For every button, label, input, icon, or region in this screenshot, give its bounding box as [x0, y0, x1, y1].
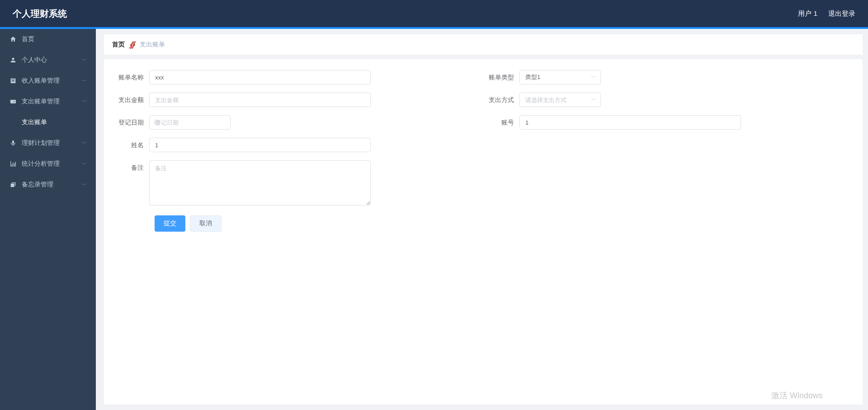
sidebar-item-label: 支出账单管理: [22, 98, 82, 106]
sidebar-item-home[interactable]: 首页: [0, 29, 96, 50]
sidebar-item-label: 个人中心: [22, 56, 82, 64]
sidebar-item-stats[interactable]: 统计分析管理 ﹀: [0, 154, 96, 174]
logout-link[interactable]: 退出登录: [828, 9, 855, 18]
chart-icon: [9, 160, 17, 168]
mic-icon: [9, 139, 17, 147]
date-input[interactable]: [149, 115, 231, 130]
copy-icon: [9, 181, 17, 189]
breadcrumb-home[interactable]: 首页: [112, 41, 125, 49]
chevron-down-icon: ﹀: [82, 78, 87, 84]
remark-label: 备注: [113, 160, 149, 175]
bill-type-select[interactable]: [519, 70, 601, 84]
account-label: 账号: [483, 115, 519, 130]
amount-input[interactable]: [149, 93, 371, 107]
method-label: 支出方式: [483, 93, 519, 107]
home-icon: [9, 35, 17, 43]
sidebar-item-label: 首页: [22, 35, 87, 43]
bill-name-input[interactable]: [149, 70, 371, 84]
clipboard-icon: [9, 77, 17, 85]
sidebar-item-plan[interactable]: 理财计划管理 ﹀: [0, 133, 96, 154]
sidebar-item-label: 理财计划管理: [22, 139, 82, 147]
method-select[interactable]: [519, 93, 601, 107]
submit-button[interactable]: 提交: [155, 215, 185, 232]
sidebar-subitem-expense-bill[interactable]: 支出账单: [0, 112, 96, 133]
remark-textarea[interactable]: [149, 160, 371, 205]
wallet-icon: [9, 98, 17, 106]
name-label: 姓名: [113, 138, 149, 152]
main-content: 首页 ∯ 支出账单 账单名称 账单类型: [96, 29, 868, 410]
form-item-bill-name: 账单名称: [113, 70, 483, 84]
sidebar-subitem-label: 支出账单: [22, 118, 47, 126]
sidebar-item-profile[interactable]: 个人中心 ﹀: [0, 50, 96, 70]
chevron-down-icon: ﹀: [82, 57, 87, 64]
sidebar-item-memo[interactable]: 备忘录管理 ﹀: [0, 174, 96, 195]
form-item-amount: 支出金额: [113, 93, 483, 107]
form-item-bill-type: 账单类型 ﹀: [483, 70, 854, 84]
bill-type-label: 账单类型: [483, 70, 519, 84]
sidebar-item-label: 收入账单管理: [22, 77, 82, 85]
header: 个人理财系统 用户 1 退出登录: [0, 0, 868, 27]
form-panel: 账单名称 账单类型 ﹀: [104, 59, 863, 405]
header-right: 用户 1 退出登录: [798, 9, 855, 18]
sidebar-item-label: 统计分析管理: [22, 160, 82, 168]
account-input[interactable]: [519, 115, 741, 130]
chevron-down-icon: ﹀: [82, 140, 87, 147]
sidebar-item-income[interactable]: 收入账单管理 ﹀: [0, 70, 96, 91]
form-item-remark: 备注: [113, 160, 483, 207]
chevron-down-icon: ﹀: [82, 161, 87, 168]
form-actions: 提交 取消: [113, 215, 854, 232]
cancel-button[interactable]: 取消: [190, 215, 222, 232]
breadcrumb: 首页 ∯ 支出账单: [104, 34, 863, 55]
user-label[interactable]: 用户 1: [798, 9, 817, 18]
bill-name-label: 账单名称: [113, 70, 149, 84]
form-item-date: 登记日期: [113, 115, 483, 130]
sidebar-item-label: 备忘录管理: [22, 181, 82, 189]
form-item-account: 账号: [483, 115, 854, 130]
amount-label: 支出金额: [113, 93, 149, 107]
name-input[interactable]: [149, 138, 371, 152]
sidebar: 首页 个人中心 ﹀ 收入账单管理 ﹀ 支出账单管理 ︿ 支出账单: [0, 29, 96, 410]
user-icon: [9, 56, 17, 64]
breadcrumb-separator-icon: ∯: [129, 40, 135, 49]
chevron-down-icon: ﹀: [82, 182, 87, 188]
date-label: 登记日期: [113, 115, 149, 130]
form-item-method: 支出方式 ﹀: [483, 93, 854, 107]
app-title: 个人理财系统: [13, 8, 67, 20]
chevron-up-icon: ︿: [82, 98, 87, 105]
form-item-name: 姓名: [113, 138, 483, 152]
sidebar-item-expense[interactable]: 支出账单管理 ︿: [0, 91, 96, 112]
breadcrumb-current: 支出账单: [140, 41, 165, 49]
